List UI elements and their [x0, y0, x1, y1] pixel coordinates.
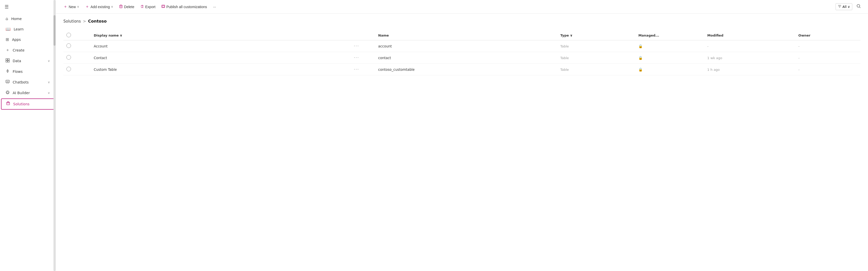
row-name: contoso_customtable [378, 67, 415, 72]
row-managed-cell: 🔒 [635, 52, 704, 64]
sidebar-item-label: Flows [13, 70, 23, 74]
col-header-checkbox [63, 31, 91, 40]
delete-label: Delete [124, 5, 134, 9]
row-more-button[interactable]: ··· [352, 66, 361, 72]
sidebar-item-chatbots[interactable]: Chatbots ∨ [1, 77, 55, 87]
col-header-displayname[interactable]: Display name ∨ [91, 31, 338, 40]
sidebar-item-flows[interactable]: Flows [1, 66, 55, 77]
solutions-icon [6, 102, 10, 107]
row-managed-cell: 🔒 [635, 40, 704, 52]
svg-point-6 [7, 81, 8, 82]
row-name-cell: contoso_customtable [375, 64, 557, 75]
sidebar-item-label: Home [11, 17, 22, 21]
add-existing-chevron-icon: ∨ [111, 5, 113, 8]
row-displayname: Account [94, 44, 108, 48]
col-header-type[interactable]: Type ∨ [557, 31, 635, 40]
breadcrumb-separator: > [83, 19, 86, 24]
export-icon [141, 5, 144, 9]
row-displayname-cell: Contact [91, 52, 338, 64]
sort-chevron-icon: ∨ [120, 33, 122, 37]
row-type: Table [560, 45, 569, 48]
sidebar-item-label: Solutions [13, 102, 29, 106]
row-type-cell: Table [557, 64, 635, 75]
sidebar-item-apps[interactable]: ⊞ Apps [1, 34, 55, 45]
row-checkbox-cell [63, 52, 91, 64]
more-button[interactable]: ··· [211, 3, 219, 10]
row-type-cell: Table [557, 52, 635, 64]
filter-lines-icon [838, 5, 841, 9]
row-owner-cell: - [795, 52, 860, 64]
export-button[interactable]: Export [138, 3, 158, 11]
svg-rect-10 [120, 5, 122, 8]
sidebar-scrollbar[interactable] [54, 0, 56, 271]
svg-point-5 [7, 81, 7, 82]
row-displayname-cell: Account [91, 40, 338, 52]
row-owner: - [798, 68, 800, 72]
svg-rect-9 [7, 102, 10, 105]
sidebar-item-home[interactable]: ⌂ Home [1, 14, 55, 24]
col-header-name: Name [375, 31, 557, 40]
row-checkbox-cell [63, 40, 91, 52]
displayname-sort[interactable]: Display name ∨ [94, 33, 122, 37]
publish-button[interactable]: Publish all customizations [159, 3, 209, 11]
svg-rect-12 [162, 6, 164, 7]
col-header-owner: Owner [795, 31, 860, 40]
filter-dropdown[interactable]: All ∨ [836, 3, 852, 10]
add-existing-plus-icon: ＋ [85, 4, 89, 9]
breadcrumb: Solutions > Contoso [63, 19, 860, 24]
sidebar-item-label: AI Builder [13, 91, 30, 95]
sidebar-item-data[interactable]: Data ∨ [1, 56, 55, 66]
type-sort[interactable]: Type ∨ [560, 33, 572, 37]
row-more-button[interactable]: ··· [352, 55, 361, 61]
col-header-managed: Managed... [635, 31, 704, 40]
svg-point-13 [857, 5, 860, 7]
svg-rect-3 [8, 61, 9, 62]
add-existing-label: Add existing [91, 5, 110, 9]
lock-icon: 🔒 [638, 67, 643, 72]
svg-rect-2 [6, 61, 7, 62]
sidebar-item-learn[interactable]: 📖 Learn [1, 24, 55, 34]
flows-icon [6, 69, 10, 74]
sidebar-item-solutions[interactable]: Solutions [1, 99, 55, 110]
row-displayname: Custom Table [94, 67, 117, 72]
svg-point-7 [8, 81, 9, 82]
sidebar-item-ai-builder[interactable]: AI Builder ∨ [1, 88, 55, 98]
sidebar-item-label: Learn [14, 27, 24, 31]
sidebar: ☰ ⌂ Home 📖 Learn ⊞ Apps ＋ Create Data ∨ [0, 0, 56, 271]
sidebar-item-label: Create [13, 48, 25, 52]
export-label: Export [145, 5, 155, 9]
toolbar: ＋ New ∨ ＋ Add existing ∨ Delete [56, 0, 868, 14]
filter-label: All [842, 5, 846, 9]
ai-builder-icon [6, 90, 10, 96]
add-existing-button[interactable]: ＋ Add existing ∨ [83, 3, 116, 11]
row-more-cell: ··· [338, 52, 375, 64]
solutions-table: Display name ∨ Name Type ∨ [63, 31, 860, 75]
row-owner: - [798, 56, 800, 60]
select-all-checkbox[interactable] [66, 33, 71, 37]
row-modified: 1 h ago [707, 68, 720, 72]
row-more-button[interactable]: ··· [352, 43, 361, 49]
row-modified-cell: 1 h ago [704, 64, 795, 75]
delete-button[interactable]: Delete [117, 3, 137, 11]
row-select-checkbox[interactable] [66, 67, 71, 71]
row-select-checkbox[interactable] [66, 55, 71, 60]
breadcrumb-current: Contoso [88, 19, 107, 24]
chevron-down-icon: ∨ [48, 59, 50, 63]
chevron-down-icon: ∨ [48, 80, 50, 84]
hamburger-button[interactable]: ☰ [0, 0, 56, 13]
sidebar-item-create[interactable]: ＋ Create [1, 45, 55, 55]
data-icon [6, 58, 10, 63]
search-button[interactable] [854, 3, 863, 11]
row-select-checkbox[interactable] [66, 44, 71, 48]
row-modified-cell: - [704, 40, 795, 52]
new-button[interactable]: ＋ New ∨ [61, 3, 82, 11]
col-header-modified: Modified [704, 31, 795, 40]
row-displayname: Contact [94, 56, 107, 60]
row-name-cell: contact [375, 52, 557, 64]
row-checkbox-cell [63, 64, 91, 75]
sidebar-item-label: Data [13, 59, 21, 63]
breadcrumb-solutions-link[interactable]: Solutions [63, 19, 81, 24]
row-more-cell: ··· [338, 40, 375, 52]
sidebar-item-label: Apps [12, 37, 21, 42]
row-modified-cell: 1 wk ago [704, 52, 795, 64]
